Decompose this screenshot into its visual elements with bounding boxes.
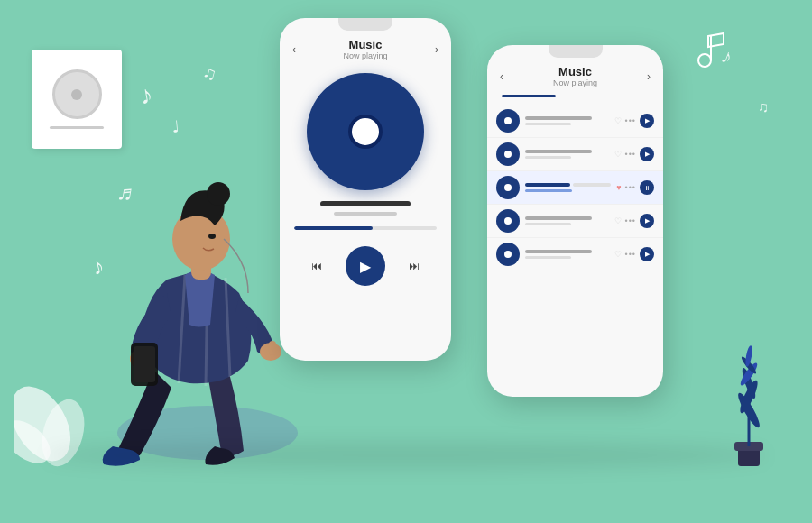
phone2-subtitle: Now playing	[553, 78, 597, 87]
playlist-thumb-2	[496, 142, 520, 166]
music-note-6: ♫	[758, 99, 769, 115]
active-track-fill	[525, 183, 570, 187]
music-note-outline-right	[695, 32, 731, 72]
phone2-notch	[549, 45, 603, 58]
plant-right	[713, 329, 785, 473]
playlist-lines-3	[525, 183, 611, 192]
phone1-notch	[338, 18, 392, 31]
phone1-header: ‹ Music Now playing ›	[280, 31, 451, 64]
phone1-forward-btn[interactable]: ›	[435, 43, 438, 56]
phone2-forward-btn[interactable]: ›	[647, 70, 651, 83]
playlist-thumb-1	[496, 109, 520, 133]
playlist-lines-1	[525, 116, 609, 125]
playlist-lines-5	[525, 250, 609, 259]
play-small-1[interactable]: ▶	[640, 114, 654, 128]
next-button[interactable]: ⏭	[401, 253, 427, 279]
svg-rect-10	[134, 346, 155, 382]
prev-button[interactable]: ⏮	[304, 253, 329, 279]
picture-frame	[32, 50, 122, 149]
svg-point-7	[208, 234, 216, 239]
phone1-progress-area	[280, 216, 451, 239]
phone1-title: Music	[349, 38, 383, 51]
playlist-actions-4: ♡ ••• ▶	[614, 214, 654, 228]
phone1-controls: ⏮ ▶ ⏭	[280, 239, 451, 297]
phone2-title-group: Music Now playing	[553, 65, 597, 87]
playlist-actions-1: ♡ ••• ▶	[614, 114, 654, 128]
svg-point-22	[698, 54, 711, 67]
playlist-thumb-4	[496, 209, 520, 233]
phone2-title: Music	[558, 65, 592, 78]
vinyl-small	[52, 69, 102, 119]
playlist-lines-2	[525, 150, 609, 159]
phone2-playlist: ‹ Music Now playing › ♡ ••• ▶	[487, 45, 663, 397]
dots-icon-3[interactable]: •••	[625, 183, 636, 192]
floor-shadow	[45, 442, 767, 469]
frame-line	[50, 126, 104, 129]
playlist-item-5[interactable]: ♡ ••• ▶	[487, 238, 663, 271]
phone1-track-info	[280, 201, 451, 216]
play-button[interactable]: ▶	[346, 246, 385, 286]
phone1-back-btn[interactable]: ‹	[292, 43, 296, 56]
dots-icon-5[interactable]: •••	[625, 250, 636, 259]
phone1-title-group: Music Now playing	[343, 38, 387, 60]
phone1-subtitle: Now playing	[343, 51, 387, 60]
playlist-actions-3: ♥ ••• ⏸	[616, 180, 654, 195]
phone1-vinyl-disc	[307, 73, 424, 190]
heart-icon-4[interactable]: ♡	[614, 216, 622, 225]
scene: ♪ ♫ ♩ ♬ ♪ ♫ ♪	[0, 0, 812, 523]
play-small-4[interactable]: ▶	[640, 214, 654, 228]
playlist-item-3[interactable]: ♥ ••• ⏸	[487, 171, 663, 205]
dots-icon-1[interactable]: •••	[625, 116, 636, 125]
phone1-progress-bar[interactable]	[294, 226, 437, 230]
heart-icon-5[interactable]: ♡	[614, 250, 622, 259]
pause-small-3[interactable]: ⏸	[640, 180, 654, 195]
phone1-track-title-bar	[320, 201, 411, 206]
heart-icon-1[interactable]: ♡	[614, 116, 622, 125]
dots-icon-2[interactable]: •••	[625, 150, 636, 159]
heart-icon-2[interactable]: ♡	[614, 150, 622, 159]
playlist-item-1[interactable]: ♡ ••• ▶	[487, 105, 663, 138]
playlist-item-4[interactable]: ♡ ••• ▶	[487, 205, 663, 238]
playlist-thumb-5	[496, 243, 520, 266]
playlist-thumb-3	[496, 176, 520, 199]
playlist-actions-2: ♡ ••• ▶	[614, 147, 654, 161]
playlist-lines-4	[525, 216, 609, 225]
svg-rect-12	[269, 341, 276, 355]
phone1-progress-fill	[294, 226, 373, 230]
phone1-player: ‹ Music Now playing › ⏮ ▶ ⏭	[280, 18, 451, 361]
dots-icon-4[interactable]: •••	[625, 216, 636, 225]
active-track-rest	[573, 183, 611, 187]
phone2-divider	[502, 95, 556, 97]
svg-point-6	[207, 182, 230, 206]
playlist-actions-5: ♡ ••• ▶	[614, 247, 654, 262]
phone2-header: ‹ Music Now playing ›	[487, 58, 663, 89]
playlist-item-2[interactable]: ♡ ••• ▶	[487, 138, 663, 171]
phone2-back-btn[interactable]: ‹	[500, 70, 503, 83]
play-small-2[interactable]: ▶	[640, 147, 654, 161]
play-small-5[interactable]: ▶	[640, 247, 654, 262]
heart-icon-3[interactable]: ♥	[616, 183, 621, 192]
